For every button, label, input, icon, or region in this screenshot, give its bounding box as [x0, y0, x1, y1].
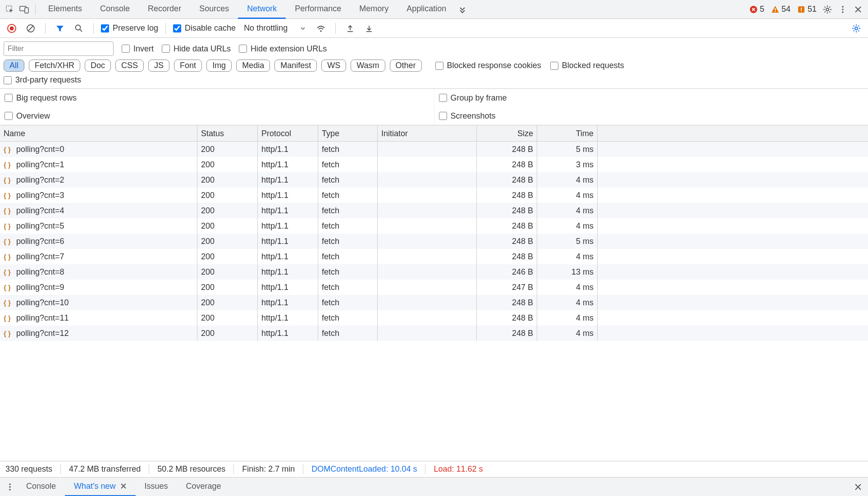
tab-sources[interactable]: Sources	[190, 0, 238, 19]
blocked-response-cookies-checkbox[interactable]: Blocked response cookies	[435, 61, 541, 70]
type-filter-fetch-xhr[interactable]: Fetch/XHR	[29, 60, 80, 72]
type-filter-css[interactable]: CSS	[115, 60, 144, 72]
request-name: polling?cnt=6	[16, 237, 64, 246]
close-tab-icon[interactable]	[120, 483, 127, 489]
request-waterfall	[598, 203, 868, 218]
kebab-menu-icon[interactable]	[836, 2, 850, 17]
device-toolbar-icon[interactable]	[17, 2, 32, 17]
fetch-icon: { }	[4, 330, 12, 336]
overview-checkbox[interactable]: Overview	[5, 111, 50, 121]
screenshots-checkbox[interactable]: Screenshots	[439, 111, 496, 121]
request-initiator	[378, 310, 477, 326]
request-name: polling?cnt=12	[16, 329, 69, 338]
third-party-checkbox[interactable]: 3rd-party requests	[4, 75, 81, 85]
request-initiator	[378, 249, 477, 264]
more-tabs-icon[interactable]	[455, 2, 470, 17]
col-header-type[interactable]: Type	[318, 125, 378, 142]
table-row[interactable]: { }polling?cnt=0200http/1.1fetch248 B5 m…	[0, 142, 868, 157]
download-har-icon[interactable]	[362, 21, 376, 36]
search-icon[interactable]	[72, 21, 86, 36]
request-type: fetch	[318, 295, 378, 310]
issues-badge[interactable]: 51	[794, 5, 819, 14]
table-row[interactable]: { }polling?cnt=12200http/1.1fetch248 B4 …	[0, 326, 868, 341]
type-filter-wasm[interactable]: Wasm	[351, 60, 385, 72]
type-filter-font[interactable]: Font	[174, 60, 202, 72]
request-waterfall	[598, 142, 868, 157]
invert-checkbox[interactable]: Invert	[122, 44, 154, 54]
drawer-tab-coverage[interactable]: Coverage	[177, 478, 230, 496]
table-row[interactable]: { }polling?cnt=8200http/1.1fetch246 B13 …	[0, 264, 868, 280]
table-row[interactable]: { }polling?cnt=1200http/1.1fetch248 B3 m…	[0, 157, 868, 172]
upload-har-icon[interactable]	[343, 21, 357, 36]
col-header-status[interactable]: Status	[197, 125, 258, 142]
hide-data-urls-checkbox[interactable]: Hide data URLs	[162, 44, 231, 54]
request-status: 200	[197, 172, 258, 188]
preserve-log-checkbox[interactable]: Preserve log	[101, 23, 158, 33]
tab-performance[interactable]: Performance	[286, 0, 350, 19]
clear-button[interactable]	[23, 21, 38, 36]
close-devtools-icon[interactable]	[851, 2, 865, 17]
invert-label: Invert	[133, 44, 154, 54]
col-header-waterfall[interactable]	[598, 125, 868, 142]
warnings-badge[interactable]: 54	[768, 5, 793, 14]
svg-line-16	[28, 26, 33, 31]
request-status: 200	[197, 188, 258, 203]
table-row[interactable]: { }polling?cnt=9200http/1.1fetch247 B4 m…	[0, 280, 868, 295]
type-filter-other[interactable]: Other	[390, 60, 422, 72]
request-type: fetch	[318, 172, 378, 188]
errors-badge[interactable]: 5	[746, 5, 767, 14]
type-filter-doc[interactable]: Doc	[85, 60, 111, 72]
big-request-rows-checkbox[interactable]: Big request rows	[5, 93, 77, 103]
type-filter-js[interactable]: JS	[148, 60, 169, 72]
table-row[interactable]: { }polling?cnt=10200http/1.1fetch248 B4 …	[0, 295, 868, 310]
table-row[interactable]: { }polling?cnt=2200http/1.1fetch248 B4 m…	[0, 172, 868, 188]
filter-input[interactable]	[4, 41, 114, 56]
hide-extension-urls-checkbox[interactable]: Hide extension URLs	[239, 44, 327, 54]
filter-icon[interactable]	[53, 21, 67, 36]
throttling-select[interactable]: No throttling	[240, 23, 309, 33]
col-header-name[interactable]: Name	[0, 125, 197, 142]
blocked-requests-checkbox[interactable]: Blocked requests	[550, 61, 624, 70]
table-row[interactable]: { }polling?cnt=3200http/1.1fetch248 B4 m…	[0, 188, 868, 203]
table-row[interactable]: { }polling?cnt=5200http/1.1fetch248 B4 m…	[0, 218, 868, 234]
group-by-frame-checkbox[interactable]: Group by frame	[439, 93, 507, 103]
type-filter-media[interactable]: Media	[236, 60, 270, 72]
tab-recorder[interactable]: Recorder	[139, 0, 190, 19]
network-conditions-icon[interactable]	[314, 21, 328, 36]
third-party-label: 3rd-party requests	[15, 75, 81, 85]
table-row[interactable]: { }polling?cnt=4200http/1.1fetch248 B4 m…	[0, 203, 868, 218]
drawer-tab-issues[interactable]: Issues	[136, 478, 177, 496]
type-filter-all[interactable]: All	[4, 60, 24, 72]
request-name: polling?cnt=4	[16, 206, 64, 216]
table-row[interactable]: { }polling?cnt=11200http/1.1fetch248 B4 …	[0, 310, 868, 326]
type-filter-manifest[interactable]: Manifest	[274, 60, 317, 72]
tab-console[interactable]: Console	[91, 0, 139, 19]
drawer-menu-icon[interactable]	[3, 480, 17, 494]
col-header-time[interactable]: Time	[537, 125, 598, 142]
close-drawer-icon[interactable]	[851, 480, 865, 494]
settings-icon[interactable]	[820, 2, 835, 17]
request-type: fetch	[318, 280, 378, 295]
disable-cache-checkbox[interactable]: Disable cache	[173, 23, 236, 33]
tab-elements[interactable]: Elements	[39, 0, 91, 19]
drawer-tab-whatsnew[interactable]: What's new	[65, 478, 135, 496]
col-header-size[interactable]: Size	[477, 125, 537, 142]
col-header-initiator[interactable]: Initiator	[378, 125, 477, 142]
type-filter-ws[interactable]: WS	[321, 60, 346, 72]
table-row[interactable]: { }polling?cnt=6200http/1.1fetch248 B5 m…	[0, 234, 868, 249]
type-filter-img[interactable]: Img	[206, 60, 232, 72]
drawer-tab-console[interactable]: Console	[17, 478, 65, 496]
tab-application[interactable]: Application	[397, 0, 455, 19]
request-time: 13 ms	[537, 264, 598, 280]
tab-network[interactable]: Network	[238, 0, 286, 19]
fetch-icon: { }	[4, 253, 12, 260]
svg-rect-7	[801, 8, 802, 10]
table-row[interactable]: { }polling?cnt=7200http/1.1fetch248 B4 m…	[0, 249, 868, 264]
network-settings-icon[interactable]	[849, 21, 863, 36]
record-button[interactable]	[5, 21, 19, 36]
request-protocol: http/1.1	[258, 264, 318, 280]
col-header-protocol[interactable]: Protocol	[258, 125, 318, 142]
fetch-icon: { }	[4, 299, 12, 306]
tab-memory[interactable]: Memory	[350, 0, 397, 19]
inspect-element-icon[interactable]	[3, 2, 17, 17]
